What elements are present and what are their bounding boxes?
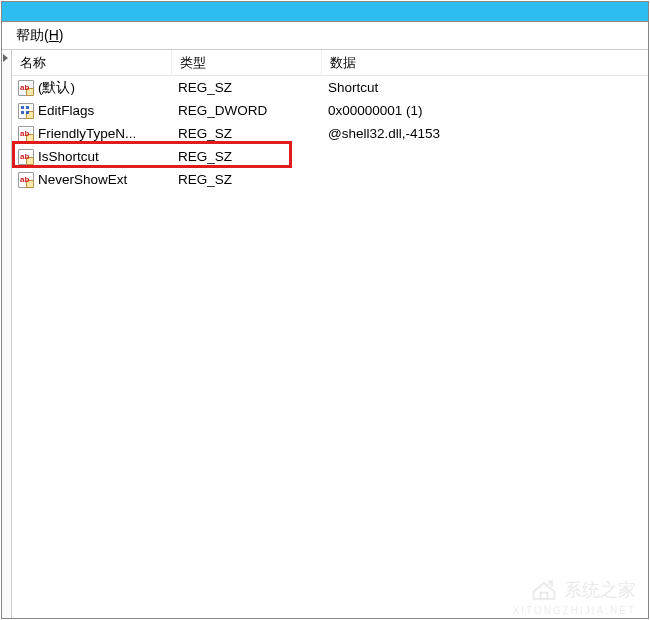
cell-name: (默认) [12,77,172,99]
column-header-name[interactable]: 名称 [12,50,172,76]
cell-type: REG_SZ [172,147,322,166]
cell-type: REG_SZ [172,170,322,189]
list-body: (默认)REG_SZShortcutEditFlagsREG_DWORD0x00… [12,76,648,191]
value-name: EditFlags [38,103,94,118]
cell-name: EditFlags [12,101,172,121]
cell-type: REG_DWORD [172,101,322,120]
cell-type: REG_SZ [172,78,322,97]
column-header-data[interactable]: 数据 [322,50,648,76]
window-frame: 帮助(H) 名称 类型 数据 (默认)REG_SZShortcutEditFla… [1,1,649,619]
list-row[interactable]: IsShortcutREG_SZ [12,145,648,168]
column-header-type[interactable]: 类型 [172,50,322,76]
cell-data: @shell32.dll,-4153 [322,124,648,143]
menu-help-label: 帮助 [16,27,44,43]
value-name: NeverShowExt [38,172,127,187]
cell-name: FriendlyTypeN... [12,124,172,144]
cell-name: IsShortcut [12,147,172,167]
list-row[interactable]: EditFlagsREG_DWORD0x00000001 (1) [12,99,648,122]
reg-dword-icon [18,103,34,119]
reg-sz-icon [18,126,34,142]
reg-sz-icon [18,149,34,165]
value-name: IsShortcut [38,149,99,164]
cell-data [322,178,648,182]
list-header: 名称 类型 数据 [12,50,648,76]
cell-type: REG_SZ [172,124,322,143]
cell-data: Shortcut [322,78,648,97]
content-area: 名称 类型 数据 (默认)REG_SZShortcutEditFlagsREG_… [2,50,648,618]
list-row[interactable]: NeverShowExtREG_SZ [12,168,648,191]
value-name: FriendlyTypeN... [38,126,136,141]
title-bar[interactable] [2,2,648,22]
menu-help-accel: H [49,27,59,43]
value-name: (默认) [38,79,75,97]
tree-scroll-stub[interactable] [2,50,12,618]
reg-sz-icon [18,172,34,188]
cell-data: 0x00000001 (1) [322,101,648,120]
list-row[interactable]: FriendlyTypeN...REG_SZ@shell32.dll,-4153 [12,122,648,145]
cell-data [322,155,648,159]
list-row[interactable]: (默认)REG_SZShortcut [12,76,648,99]
reg-sz-icon [18,80,34,96]
menu-bar: 帮助(H) [2,22,648,50]
cell-name: NeverShowExt [12,170,172,190]
scroll-arrow-icon [3,54,8,62]
list-panel: 名称 类型 数据 (默认)REG_SZShortcutEditFlagsREG_… [12,50,648,618]
menu-help[interactable]: 帮助(H) [10,25,69,47]
